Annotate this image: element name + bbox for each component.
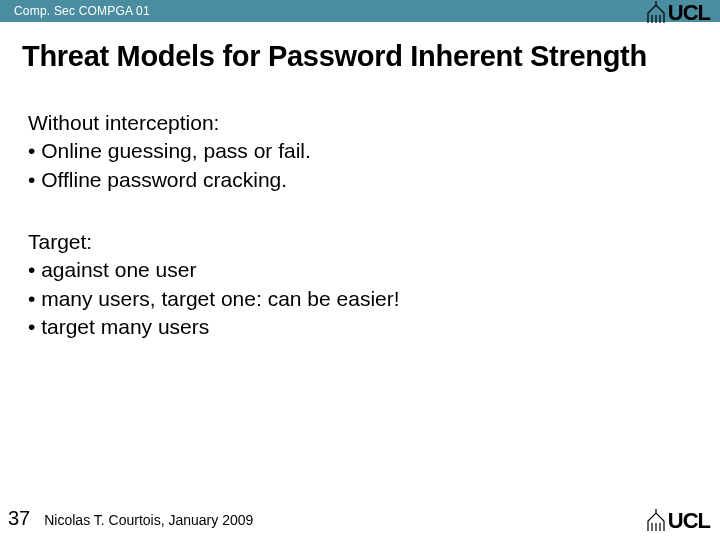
section-heading: Without interception: [28, 109, 720, 137]
logo-top: UCL [646, 0, 710, 26]
page-number: 37 [8, 507, 30, 530]
bullet-item: • many users, target one: can be easier! [28, 285, 720, 313]
logo-bottom: UCL [646, 508, 710, 534]
slide-content: Without interception: • Online guessing,… [28, 109, 720, 341]
header-bar: Comp. Sec COMPGA 01 [0, 0, 720, 22]
author-line: Nicolas T. Courtois, January 2009 [44, 512, 253, 528]
logo-text: UCL [668, 0, 710, 26]
bullet-item: • Offline password cracking. [28, 166, 720, 194]
bullet-item: • target many users [28, 313, 720, 341]
logo-text: UCL [668, 508, 710, 534]
bullet-item: • Online guessing, pass or fail. [28, 137, 720, 165]
ucl-dome-icon [646, 1, 666, 25]
course-code: Comp. Sec COMPGA 01 [14, 4, 150, 18]
footer: 37 Nicolas T. Courtois, January 2009 [8, 507, 253, 530]
slide-title: Threat Models for Password Inherent Stre… [22, 40, 720, 73]
bullet-item: • against one user [28, 256, 720, 284]
ucl-dome-icon [646, 509, 666, 533]
section-heading: Target: [28, 228, 720, 256]
